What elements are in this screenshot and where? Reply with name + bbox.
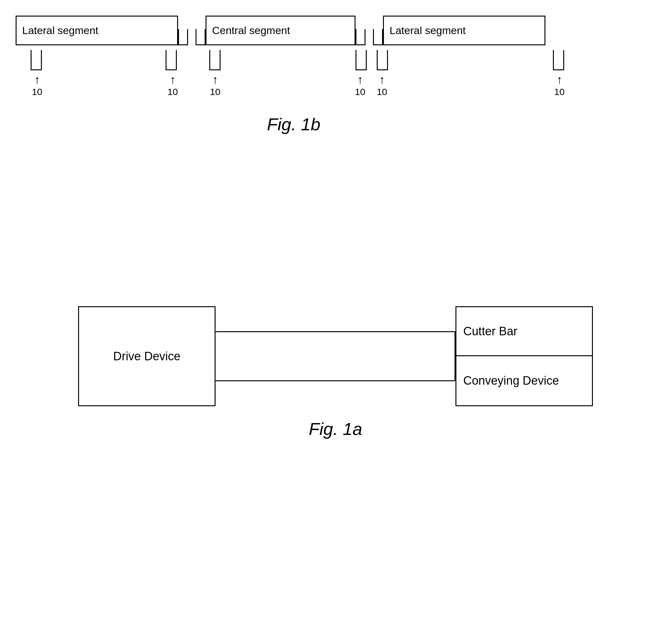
fig1a-title: Fig. 1a [78, 419, 593, 439]
leg-1 [30, 50, 42, 70]
drive-device-label: Drive Device [113, 350, 180, 363]
segments-row: Lateral segment Central segment Lateral … [16, 16, 655, 45]
arrow-5: ↑ 10 [377, 73, 387, 97]
h-line-bottom [216, 380, 455, 381]
conn-tab-central-right [355, 29, 366, 45]
cutter-bar-label: Cutter Bar [463, 325, 517, 338]
arrow-6: ↑ 10 [554, 73, 565, 97]
fig1b-area: Lateral segment Central segment Lateral … [16, 16, 655, 134]
leg-5 [377, 50, 388, 70]
drive-device-box: Drive Device [78, 306, 216, 406]
fig1a-area: Drive Device Cutter Bar Conveying Device… [16, 306, 655, 439]
legs-row [16, 45, 414, 70]
lateral-segment-right: Lateral segment [383, 16, 545, 45]
leg-2 [166, 50, 177, 70]
leg-6 [553, 50, 564, 70]
conveying-device-label: Conveying Device [463, 374, 559, 388]
conn-tab-lateral-right-left [373, 29, 383, 45]
right-boxes: Cutter Bar Conveying Device [455, 306, 593, 406]
leg-4 [355, 50, 367, 70]
cutter-bar-box: Cutter Bar [455, 306, 593, 356]
connector-lines [216, 306, 455, 406]
arrow-3: ↑ 10 [210, 73, 220, 97]
connector-gap-right [355, 16, 383, 45]
central-segment: Central segment [205, 16, 355, 45]
arrow-1: ↑ 10 [32, 73, 42, 97]
conn-tab-left-right [178, 29, 188, 45]
lateral-right-label: Lateral segment [384, 24, 471, 37]
central-label: Central segment [206, 24, 295, 37]
fig1a-diagram: Drive Device Cutter Bar Conveying Device [16, 306, 655, 406]
h-line-top [216, 331, 455, 332]
leg-3 [209, 50, 220, 70]
lateral-left-label: Lateral segment [16, 24, 104, 37]
connector-gap-left [178, 16, 205, 45]
v-line-right [455, 331, 455, 381]
arrow-4: ↑ 10 [355, 73, 365, 97]
conveying-device-box: Conveying Device [455, 356, 593, 406]
lateral-segment-left: Lateral segment [16, 16, 178, 45]
conn-tab-central-left [195, 29, 205, 45]
fig1b-title: Fig. 1b [16, 114, 572, 134]
arrow-2: ↑ 10 [167, 73, 178, 97]
arrows-row: ↑ 10 ↑ 10 ↑ 10 ↑ 10 ↑ 10 ↑ 10 [16, 73, 572, 105]
